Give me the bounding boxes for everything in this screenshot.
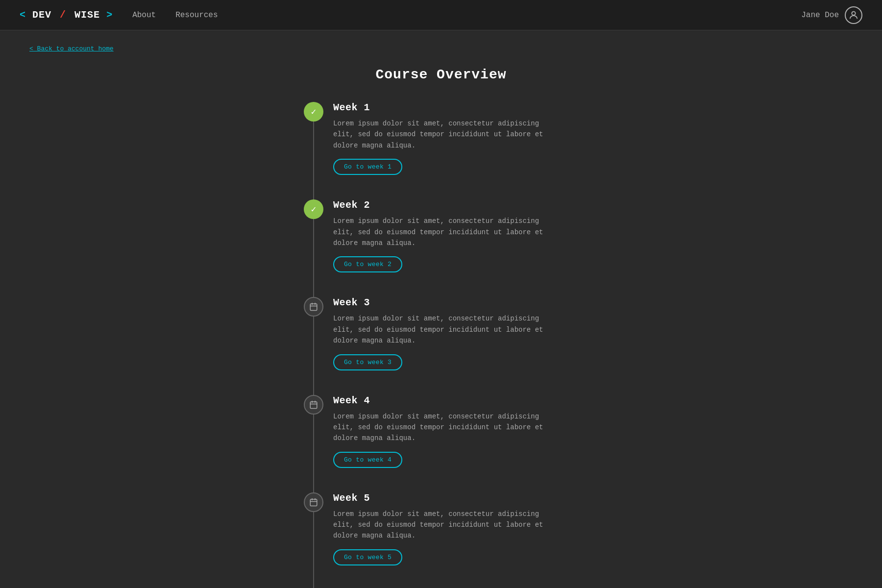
week-title-5: Week 5 (333, 492, 578, 504)
go-to-week-4-button[interactable]: Go to week 4 (333, 452, 402, 468)
back-link[interactable]: < Back to account home (29, 45, 114, 52)
navbar: < DEV / WISE > About Resources Jane Doe (0, 0, 882, 30)
week-title-1: Week 1 (333, 102, 578, 113)
week-desc-1: Lorem ipsum dolor sit amet, consectetur … (333, 118, 564, 151)
logo-right-bracket: > (106, 9, 113, 21)
week-marker-3 (304, 297, 323, 317)
week-marker-1: ✓ (304, 102, 323, 122)
week-desc-3: Lorem ipsum dolor sit amet, consectetur … (333, 313, 564, 346)
nav-left: < DEV / WISE > About Resources (20, 9, 218, 21)
week-marker-4 (304, 395, 323, 415)
week-desc-2: Lorem ipsum dolor sit amet, consectetur … (333, 216, 564, 248)
user-name: Jane Doe (801, 11, 839, 20)
svg-rect-1 (310, 304, 317, 311)
go-to-week-5-button[interactable]: Go to week 5 (333, 549, 402, 565)
week-marker-2: ✓ (304, 199, 323, 219)
week-title-3: Week 3 (333, 297, 578, 308)
go-to-week-3-button[interactable]: Go to week 3 (333, 354, 402, 370)
svg-rect-9 (310, 499, 317, 506)
timeline-item-week-4: Week 4Lorem ipsum dolor sit amet, consec… (333, 395, 578, 468)
week-title-2: Week 2 (333, 199, 578, 211)
logo-slash: / (60, 9, 66, 21)
page-title: Course Overview (0, 67, 882, 82)
svg-rect-5 (310, 402, 317, 409)
timeline-line (313, 112, 314, 588)
timeline-item-week-3: Week 3Lorem ipsum dolor sit amet, consec… (333, 297, 578, 370)
logo-dev: DEV (32, 9, 51, 21)
week-marker-5 (304, 492, 323, 512)
timeline-item-week-2: ✓Week 2Lorem ipsum dolor sit amet, conse… (333, 199, 578, 272)
timeline-item-week-5: Week 5Lorem ipsum dolor sit amet, consec… (333, 492, 578, 565)
logo-wise: WISE (74, 9, 100, 21)
logo-left-bracket: < (20, 9, 26, 21)
go-to-week-1-button[interactable]: Go to week 1 (333, 159, 402, 175)
about-link[interactable]: About (132, 11, 156, 20)
week-title-4: Week 4 (333, 395, 578, 406)
user-avatar-icon[interactable] (845, 6, 862, 24)
timeline-item-week-1: ✓Week 1Lorem ipsum dolor sit amet, conse… (333, 102, 578, 175)
week-desc-5: Lorem ipsum dolor sit amet, consectetur … (333, 509, 564, 541)
week-desc-4: Lorem ipsum dolor sit amet, consectetur … (333, 411, 564, 444)
svg-point-0 (852, 11, 855, 15)
go-to-week-2-button[interactable]: Go to week 2 (333, 256, 402, 272)
logo: < DEV / WISE > (20, 9, 113, 21)
nav-right: Jane Doe (801, 6, 862, 24)
resources-link[interactable]: Resources (175, 11, 218, 20)
